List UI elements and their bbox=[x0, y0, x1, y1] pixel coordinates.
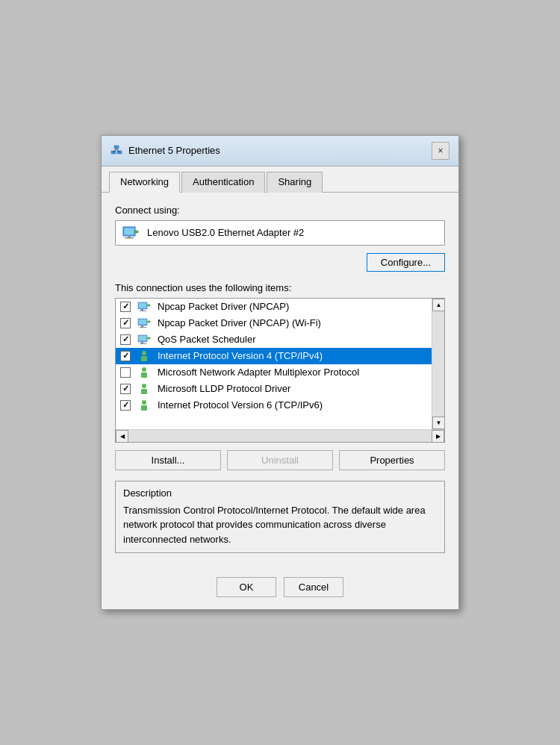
list-item[interactable]: Internet Protocol Version 6 (TCP/IPv6) bbox=[116, 397, 432, 414]
item-label: Microsoft Network Adapter Multiplexor Pr… bbox=[158, 367, 359, 378]
svg-rect-13 bbox=[140, 311, 146, 311]
close-button[interactable]: × bbox=[432, 142, 449, 160]
tab-sharing[interactable]: Sharing bbox=[267, 172, 323, 193]
action-buttons-row: Install... Uninstall Properties bbox=[115, 450, 445, 470]
item-checkbox[interactable] bbox=[120, 334, 131, 345]
svg-rect-18 bbox=[140, 327, 146, 328]
network-adapter-icon bbox=[137, 317, 152, 329]
network-adapter-icon bbox=[137, 301, 152, 313]
description-legend: Description bbox=[123, 487, 437, 499]
network-icon bbox=[111, 145, 122, 157]
title-bar: Ethernet 5 Properties × bbox=[102, 136, 458, 166]
list-items-container: Npcap Packet Driver (NPCAP) Npcap Packet… bbox=[116, 299, 432, 414]
adapter-box: Lenovo USB2.0 Ethernet Adapter #2 bbox=[115, 220, 445, 246]
properties-button[interactable]: Properties bbox=[339, 450, 445, 470]
svg-rect-32 bbox=[141, 405, 147, 411]
uninstall-button[interactable]: Uninstall bbox=[227, 450, 333, 470]
item-checkbox[interactable] bbox=[120, 318, 131, 328]
item-label: Internet Protocol Version 4 (TCP/IPv4) bbox=[158, 350, 323, 361]
item-label: Internet Protocol Version 6 (TCP/IPv6) bbox=[158, 399, 323, 411]
svg-rect-6 bbox=[125, 228, 134, 234]
horizontal-scrollbar: ◀ ▶ bbox=[116, 429, 444, 442]
svg-rect-28 bbox=[141, 372, 147, 378]
svg-point-25 bbox=[142, 351, 146, 355]
dialog-body: Connect using: Lenovo USB2.0 Ethernet Ad… bbox=[102, 193, 458, 570]
adapter-name: Lenovo USB2.0 Ethernet Adapter #2 bbox=[147, 227, 304, 238]
svg-rect-14 bbox=[147, 305, 150, 306]
svg-rect-21 bbox=[139, 336, 146, 340]
svg-rect-9 bbox=[134, 231, 138, 233]
tabs-bar: Networking Authentication Sharing bbox=[102, 166, 458, 193]
svg-rect-11 bbox=[139, 303, 146, 308]
description-group: Description Transmission Control Protoco… bbox=[115, 481, 445, 554]
list-inner-wrapper: Npcap Packet Driver (NPCAP) Npcap Packet… bbox=[116, 299, 444, 429]
list-item[interactable]: Npcap Packet Driver (NPCAP) bbox=[116, 299, 432, 315]
scroll-left-button[interactable]: ◀ bbox=[116, 430, 128, 443]
person-icon bbox=[137, 367, 152, 378]
svg-rect-16 bbox=[139, 319, 146, 324]
item-label: Microsoft LLDP Protocol Driver bbox=[158, 383, 290, 394]
svg-rect-12 bbox=[141, 309, 143, 311]
h-scroll-track bbox=[128, 430, 432, 442]
configure-row: Configure... bbox=[115, 253, 445, 272]
person-icon bbox=[137, 350, 152, 362]
svg-point-29 bbox=[142, 384, 146, 388]
scroll-up-button[interactable]: ▲ bbox=[432, 299, 445, 311]
install-button[interactable]: Install... bbox=[115, 450, 221, 470]
items-label: This connection uses the following items… bbox=[115, 282, 445, 293]
svg-rect-17 bbox=[141, 325, 143, 327]
svg-rect-2 bbox=[114, 146, 119, 149]
svg-point-27 bbox=[142, 367, 146, 372]
item-checkbox[interactable] bbox=[120, 384, 131, 394]
cancel-button[interactable]: Cancel bbox=[284, 577, 343, 597]
item-label: Npcap Packet Driver (NPCAP) bbox=[158, 301, 289, 312]
dialog-footer: OK Cancel bbox=[102, 570, 458, 609]
person-icon bbox=[137, 383, 152, 395]
adapter-icon bbox=[122, 225, 140, 240]
connect-using-label: Connect using: bbox=[115, 205, 445, 216]
ok-button[interactable]: OK bbox=[217, 577, 276, 597]
tab-networking[interactable]: Networking bbox=[109, 172, 180, 193]
person-icon bbox=[137, 399, 152, 411]
title-bar-left: Ethernet 5 Properties bbox=[111, 145, 220, 157]
svg-rect-8 bbox=[125, 237, 134, 239]
dialog-title: Ethernet 5 Properties bbox=[128, 145, 220, 156]
list-item[interactable]: Microsoft Network Adapter Multiplexor Pr… bbox=[116, 364, 432, 381]
item-checkbox[interactable] bbox=[120, 302, 131, 312]
list-item[interactable]: Internet Protocol Version 4 (TCP/IPv4) bbox=[116, 348, 432, 364]
svg-rect-7 bbox=[128, 236, 131, 237]
item-checkbox[interactable] bbox=[120, 367, 131, 378]
item-checkbox[interactable] bbox=[120, 351, 131, 361]
svg-rect-30 bbox=[141, 389, 147, 394]
list-item[interactable]: Microsoft LLDP Protocol Driver bbox=[116, 381, 432, 397]
svg-rect-23 bbox=[140, 343, 146, 344]
svg-rect-26 bbox=[141, 356, 147, 361]
item-checkbox[interactable] bbox=[120, 400, 131, 411]
scroll-right-button[interactable]: ▶ bbox=[432, 430, 444, 443]
items-list-container: Npcap Packet Driver (NPCAP) Npcap Packet… bbox=[115, 298, 445, 443]
configure-button[interactable]: Configure... bbox=[367, 253, 445, 272]
scroll-track bbox=[432, 311, 444, 417]
network-adapter-icon bbox=[137, 334, 152, 346]
list-scroll-area: Npcap Packet Driver (NPCAP) Npcap Packet… bbox=[116, 299, 432, 429]
svg-point-31 bbox=[142, 400, 146, 405]
vertical-scrollbar: ▲ ▼ bbox=[432, 299, 444, 429]
description-text: Transmission Control Protocol/Internet P… bbox=[123, 503, 437, 547]
scroll-down-button[interactable]: ▼ bbox=[432, 417, 445, 429]
tab-authentication[interactable]: Authentication bbox=[181, 172, 265, 193]
ethernet-properties-dialog: Ethernet 5 Properties × Networking Authe… bbox=[101, 135, 459, 611]
svg-rect-24 bbox=[147, 337, 150, 339]
list-item[interactable]: QoS Packet Scheduler bbox=[116, 331, 432, 348]
list-item[interactable]: Npcap Packet Driver (NPCAP) (Wi-Fi) bbox=[116, 315, 432, 331]
item-label: Npcap Packet Driver (NPCAP) (Wi-Fi) bbox=[158, 317, 321, 328]
svg-rect-22 bbox=[141, 342, 143, 343]
svg-rect-19 bbox=[147, 321, 150, 322]
item-label: QoS Packet Scheduler bbox=[158, 334, 256, 345]
